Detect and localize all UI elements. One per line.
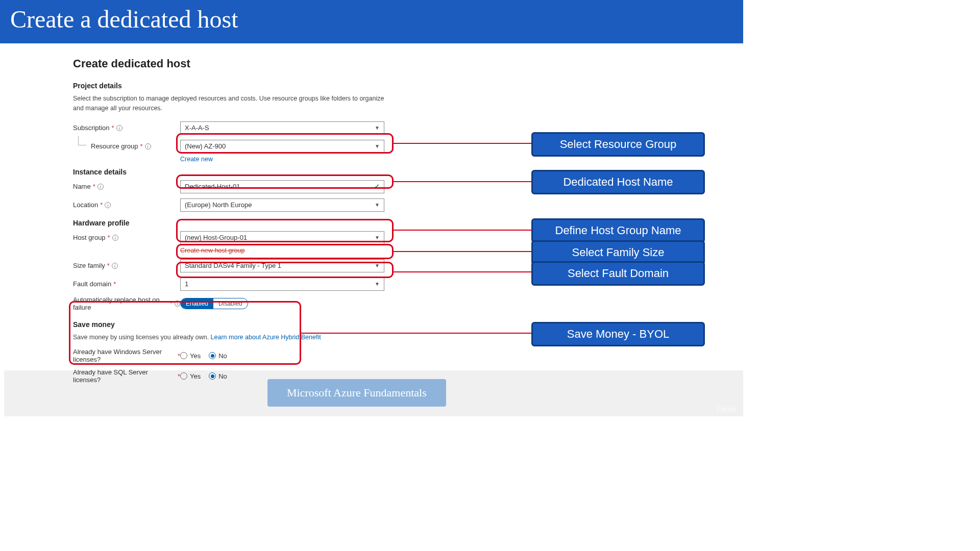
radio-icon bbox=[180, 352, 187, 359]
location-value: (Europe) North Europe bbox=[185, 201, 252, 209]
row-location: Location * i (Europe) North Europe ▼ bbox=[73, 198, 400, 212]
info-icon[interactable]: i bbox=[175, 300, 180, 307]
location-label: Location * i bbox=[73, 201, 180, 209]
required-star: * bbox=[170, 299, 173, 307]
chevron-down-icon: ▼ bbox=[375, 235, 380, 240]
location-select[interactable]: (Europe) North Europe ▼ bbox=[180, 198, 384, 212]
auto-replace-label: Automatically replace host on failure * … bbox=[73, 296, 180, 311]
name-input[interactable]: Dedicated-Host-01 ✓ bbox=[180, 180, 384, 193]
row-size-family: Size family * i Standard DASv4 Family - … bbox=[73, 259, 400, 272]
chevron-down-icon: ▼ bbox=[375, 281, 380, 287]
required-star: * bbox=[93, 183, 95, 190]
content-area: Create dedicated host Project details Se… bbox=[4, 47, 743, 416]
name-value: Dedicated-Host-01 bbox=[185, 183, 240, 190]
resource-group-select[interactable]: (New) AZ-900 ▼ bbox=[180, 140, 384, 153]
callout-fault-domain: Select Fault Domain bbox=[531, 261, 705, 286]
chevron-down-icon: ▼ bbox=[375, 263, 380, 268]
info-icon[interactable]: i bbox=[97, 184, 104, 190]
connector-line bbox=[394, 271, 531, 272]
radio-icon bbox=[209, 352, 216, 359]
required-star: * bbox=[113, 280, 116, 288]
info-icon[interactable]: i bbox=[112, 263, 118, 269]
callout-save-money: Save Money - BYOL bbox=[531, 322, 705, 346]
section-project-desc: Select the subscription to manage deploy… bbox=[73, 94, 384, 113]
sql-yes-radio[interactable]: Yes bbox=[180, 372, 201, 380]
callout-name: Dedicated Host Name bbox=[531, 170, 705, 194]
auto-replace-label-text: Automatically replace host on failure bbox=[73, 296, 168, 311]
subscription-value: X-A-A-S bbox=[185, 124, 209, 132]
windows-yes-radio[interactable]: Yes bbox=[180, 352, 201, 360]
resource-group-value: (New) AZ-900 bbox=[185, 142, 226, 150]
create-new-link[interactable]: Create new bbox=[180, 156, 213, 163]
subscription-label: Subscription * i bbox=[73, 124, 180, 132]
radio-label-yes: Yes bbox=[190, 372, 201, 380]
toggle-enabled[interactable]: Enabled bbox=[181, 298, 213, 309]
host-group-value: (new) Host-Group-01 bbox=[185, 234, 247, 241]
chevron-down-icon: ▼ bbox=[375, 202, 380, 208]
section-savemoney-title: Save money bbox=[73, 320, 400, 329]
subscription-select[interactable]: X-A-A-S ▼ bbox=[180, 121, 384, 135]
connector-line bbox=[394, 251, 531, 252]
size-family-select[interactable]: Standard DASv4 Family - Type 1 ▼ bbox=[180, 259, 384, 272]
section-instance-title: Instance details bbox=[73, 168, 400, 176]
radio-label-no: No bbox=[218, 372, 227, 380]
name-label: Name * i bbox=[73, 183, 180, 190]
callout-resource-group: Select Resource Group bbox=[531, 132, 705, 157]
hybrid-benefit-link[interactable]: Learn more about Azure Hybrid Benefit bbox=[211, 334, 321, 341]
sql-no-radio[interactable]: No bbox=[209, 372, 227, 380]
info-icon[interactable]: i bbox=[112, 235, 118, 241]
callout-host-group: Define Host Group Name bbox=[531, 218, 705, 243]
size-family-value: Standard DASv4 Family - Type 1 bbox=[185, 262, 281, 269]
fault-domain-select[interactable]: 1 ▼ bbox=[180, 278, 384, 291]
info-icon[interactable]: i bbox=[145, 143, 151, 149]
required-star: * bbox=[140, 142, 143, 150]
row-resource-group: Resource group * i (New) AZ-900 ▼ bbox=[73, 140, 400, 153]
savemoney-desc-text: Save money by using licenses you already… bbox=[73, 334, 211, 341]
windows-license-text: Already have Windows Server licenses? bbox=[73, 348, 176, 363]
sql-license-label: Already have SQL Server licenses? * bbox=[73, 368, 180, 384]
page-title: Create dedicated host bbox=[73, 57, 400, 70]
slide-title: Create a dedicated host bbox=[0, 0, 743, 43]
fault-domain-label-text: Fault domain bbox=[73, 280, 111, 288]
required-star: * bbox=[100, 201, 103, 209]
row-subscription: Subscription * i X-A-A-S ▼ bbox=[73, 121, 400, 135]
host-group-label: Host group * i bbox=[73, 234, 180, 241]
info-icon[interactable]: i bbox=[116, 125, 122, 131]
watermark: Udemy bbox=[716, 405, 736, 413]
fault-domain-label: Fault domain * bbox=[73, 280, 180, 288]
windows-license-label: Already have Windows Server licenses? * bbox=[73, 348, 180, 363]
azure-form-panel: Create dedicated host Project details Se… bbox=[73, 57, 400, 389]
size-family-label-text: Size family bbox=[73, 262, 105, 269]
windows-no-radio[interactable]: No bbox=[209, 352, 227, 360]
row-host-group: Host group * i (new) Host-Group-01 ▼ bbox=[73, 231, 400, 244]
info-icon[interactable]: i bbox=[105, 202, 111, 208]
row-fault-domain: Fault domain * 1 ▼ bbox=[73, 278, 400, 291]
host-group-label-text: Host group bbox=[73, 234, 106, 241]
required-star: * bbox=[107, 262, 110, 269]
required-star: * bbox=[108, 234, 110, 241]
location-label-text: Location bbox=[73, 201, 98, 209]
connector-line bbox=[394, 230, 531, 231]
section-project-title: Project details bbox=[73, 82, 400, 90]
radio-label-no: No bbox=[218, 352, 227, 360]
chevron-down-icon: ▼ bbox=[375, 125, 380, 131]
row-windows-license: Already have Windows Server licenses? * … bbox=[73, 348, 400, 363]
section-hardware-title: Hardware profile bbox=[73, 219, 400, 227]
row-auto-replace: Automatically replace host on failure * … bbox=[73, 296, 400, 311]
host-group-select[interactable]: (new) Host-Group-01 ▼ bbox=[180, 231, 384, 244]
radio-icon bbox=[180, 372, 187, 380]
tree-connector-icon bbox=[78, 136, 86, 145]
create-host-group-link[interactable]: Create new host group bbox=[180, 247, 244, 254]
connector-line bbox=[301, 333, 531, 334]
sql-license-text: Already have SQL Server licenses? bbox=[73, 368, 176, 384]
required-star: * bbox=[112, 124, 114, 132]
name-label-text: Name bbox=[73, 183, 91, 190]
radio-icon bbox=[209, 372, 216, 380]
toggle-disabled[interactable]: Disabled bbox=[213, 298, 248, 309]
auto-replace-toggle[interactable]: Enabled Disabled bbox=[180, 298, 248, 309]
connector-line bbox=[394, 181, 531, 182]
subscription-label-text: Subscription bbox=[73, 124, 110, 132]
chevron-down-icon: ▼ bbox=[375, 143, 380, 149]
fault-domain-value: 1 bbox=[185, 280, 188, 288]
row-name: Name * i Dedicated-Host-01 ✓ bbox=[73, 180, 400, 193]
